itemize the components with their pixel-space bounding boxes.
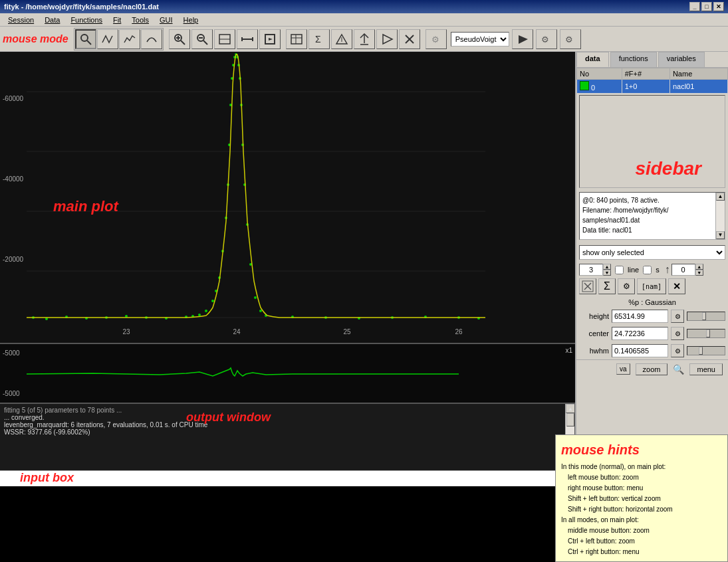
- menu-help[interactable]: Help: [178, 15, 204, 25]
- param-height-slider[interactable]: [687, 312, 725, 321]
- function-dropdown[interactable]: PseudoVoigt: [451, 32, 509, 47]
- s-checkbox[interactable]: [643, 266, 652, 274]
- minimize-button[interactable]: _: [689, 2, 700, 11]
- spin-input[interactable]: [579, 264, 603, 276]
- svg-text:25: 25: [343, 328, 351, 335]
- info-scroll-down[interactable]: ▼: [716, 231, 725, 239]
- tb-zoom-btn[interactable]: [75, 29, 96, 49]
- tb-sum-btn[interactable]: Σ: [308, 29, 330, 49]
- tab-variables[interactable]: variables: [658, 52, 705, 67]
- svg-point-0: [81, 35, 88, 41]
- menu-btn[interactable]: menu: [689, 363, 723, 375]
- titlebar: fityk - /home/wojdyr/fityk/samples/nacl0…: [0, 0, 728, 13]
- tb-settings-btn[interactable]: ⚙: [425, 29, 447, 49]
- tb-run-btn[interactable]: [376, 29, 398, 49]
- param-hwhm-slider[interactable]: [687, 346, 725, 355]
- param-center-slider[interactable]: [687, 329, 725, 338]
- output-window-label: output window: [186, 411, 271, 424]
- tb-func-run-btn[interactable]: [512, 29, 533, 49]
- svg-line-1: [87, 41, 91, 45]
- tb-func-extra2-btn[interactable]: ⚙: [560, 29, 581, 49]
- tb-fit2-btn[interactable]: [119, 29, 140, 49]
- menu-tools[interactable]: Tools: [126, 15, 154, 25]
- main-plot[interactable]: -60000 -40000 -20000: [0, 52, 575, 344]
- spin-buttons: ▲ ▼: [603, 264, 611, 276]
- close-button[interactable]: ✕: [713, 2, 724, 11]
- output-scroll-up[interactable]: ▲: [566, 404, 575, 413]
- param-center-btn[interactable]: ⚙: [671, 327, 684, 340]
- param-height-btn[interactable]: ⚙: [671, 310, 684, 323]
- left-panel: -60000 -40000 -20000: [0, 52, 575, 562]
- auto-btn[interactable]: [579, 278, 596, 294]
- col-fp: #F+#: [622, 68, 669, 80]
- spin-down[interactable]: ▼: [603, 270, 611, 276]
- info-text: @0: 840 points, 78 active. Filename: /ho…: [579, 192, 725, 240]
- svg-point-48: [211, 300, 214, 302]
- va-btn[interactable]: va: [616, 363, 630, 375]
- tb-zoom-reset-btn[interactable]: [259, 29, 281, 49]
- fit-btn[interactable]: ⚙: [618, 278, 635, 294]
- menu-functions[interactable]: Functions: [65, 15, 108, 25]
- tb-func-extra1-btn[interactable]: ⚙: [536, 29, 557, 49]
- param-height-handle[interactable]: [702, 312, 706, 320]
- maximize-button[interactable]: □: [701, 2, 712, 11]
- param-height-input[interactable]: [612, 310, 668, 323]
- zoom-icon[interactable]: 🔍: [673, 364, 684, 375]
- main-plot-label: main plot: [53, 198, 118, 215]
- right-spin-up[interactable]: ▲: [695, 264, 703, 270]
- input-box[interactable]: [0, 472, 575, 486]
- sidebar-tabs: data functions variables: [576, 52, 728, 68]
- menu-session[interactable]: Session: [3, 15, 39, 25]
- param-row-center: center ⚙: [579, 327, 725, 340]
- tb-zoom-width-btn[interactable]: [237, 29, 258, 49]
- menu-gui[interactable]: GUI: [154, 15, 178, 25]
- col-name: Name: [669, 68, 727, 80]
- info-text-content: @0: 840 points, 78 active. Filename: /ho…: [582, 195, 722, 235]
- right-spin-input[interactable]: [671, 264, 695, 276]
- tb-stop-btn[interactable]: [399, 29, 420, 49]
- table-row[interactable]: 0 1+0 nacl01: [577, 80, 728, 94]
- tab-functions[interactable]: functions: [610, 52, 657, 67]
- line-checkbox[interactable]: [615, 266, 624, 274]
- svg-point-47: [205, 310, 207, 312]
- svg-line-3: [181, 41, 185, 45]
- info-scroll-up[interactable]: ▲: [716, 193, 725, 201]
- tb-zoom-out-btn[interactable]: [191, 29, 213, 49]
- tb-zoom-in-btn[interactable]: [169, 29, 190, 49]
- svg-text:23: 23: [122, 328, 130, 335]
- zoom-btn[interactable]: zoom: [636, 363, 668, 375]
- svg-line-7: [203, 41, 207, 45]
- tb-zoom-fit-btn[interactable]: [214, 29, 235, 49]
- svg-point-69: [259, 310, 262, 312]
- output-line-1: fitting 5 (of 5) parameters to 78 points…: [4, 407, 560, 414]
- menu-data[interactable]: Data: [39, 15, 65, 25]
- titlebar-controls[interactable]: _ □ ✕: [689, 2, 724, 11]
- tb-data-btn[interactable]: [286, 29, 307, 49]
- name-btn[interactable]: [nam]: [637, 278, 666, 294]
- output-scroll-thumb[interactable]: [566, 413, 574, 426]
- sigma-btn[interactable]: Σ: [598, 278, 616, 294]
- menubar: Session Data Functions Fit Tools GUI Hel…: [0, 13, 728, 27]
- mouse-mode-label: mouse mode: [3, 33, 68, 45]
- tb-import-btn[interactable]: [331, 29, 352, 49]
- tb-fit3-btn[interactable]: [141, 29, 162, 49]
- param-hwhm-input[interactable]: [612, 344, 668, 357]
- param-center-input[interactable]: [612, 327, 668, 340]
- data-table: No #F+# Name 0 1+0 nacl01: [576, 68, 728, 94]
- menu-fit[interactable]: Fit: [108, 15, 126, 25]
- info-scrollbar: ▲ ▼: [715, 193, 725, 239]
- input-box-container: input box ▲ ▼: [0, 470, 575, 486]
- helper-plot[interactable]: helper plot x1 -5000 -5000: [0, 344, 575, 404]
- tb-export-btn[interactable]: [354, 29, 375, 49]
- show-dropdown[interactable]: show only selected show all show active: [579, 245, 725, 260]
- param-hwhm-btn[interactable]: ⚙: [671, 344, 684, 357]
- tab-data[interactable]: data: [576, 52, 609, 67]
- right-spin-down[interactable]: ▼: [695, 270, 703, 276]
- spin-up[interactable]: ▲: [603, 264, 611, 270]
- param-row-hwhm: hwhm ⚙: [579, 344, 725, 357]
- tb-fit1-btn[interactable]: [97, 29, 118, 49]
- param-center-handle[interactable]: [706, 329, 710, 337]
- close-x-btn[interactable]: ✕: [668, 278, 685, 294]
- mouse-hints: mouse hints In this mode (normal), on ma…: [555, 434, 728, 562]
- param-hwhm-handle[interactable]: [699, 347, 703, 355]
